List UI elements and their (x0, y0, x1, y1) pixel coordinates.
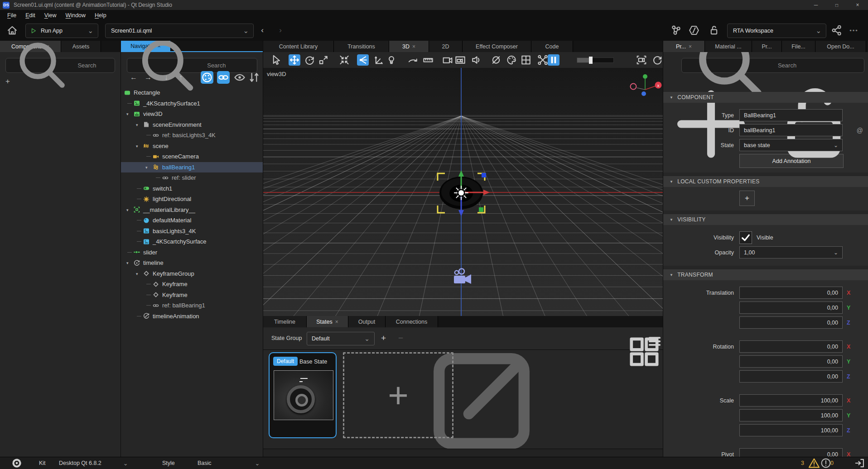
more-dots-icon[interactable]: ••• (848, 24, 860, 37)
tab-opendo[interactable]: Open Do... (815, 41, 866, 52)
tree-item-view3d[interactable]: ▾view3D (121, 109, 263, 120)
link-icon[interactable] (217, 71, 230, 84)
translation-z-field[interactable]: 0,00 (739, 316, 843, 329)
expand-icon[interactable]: ▾ (126, 208, 129, 212)
tree-item-refslider[interactable]: ref: slider (121, 172, 263, 183)
settings-gear-icon[interactable] (11, 457, 23, 469)
back-icon[interactable]: ‹ (256, 24, 268, 37)
id-field[interactable]: ballBearing1 (739, 124, 843, 136)
tree-item-keyframe[interactable]: Keyframe (121, 290, 263, 301)
state-group-dropdown[interactable]: Default ⌄ (307, 332, 375, 345)
tab-contentlibrary[interactable]: Content Library (263, 41, 334, 52)
minimize-button[interactable]: ─ (805, 0, 826, 10)
exit-icon[interactable] (854, 457, 865, 469)
navigator-search-input[interactable] (206, 62, 257, 69)
axis-icon[interactable] (373, 54, 385, 66)
tab-effectcomposer[interactable]: Effect Composer (463, 41, 531, 52)
menu-help[interactable]: Help (90, 11, 111, 20)
section-local-custom[interactable]: ▼ LOCAL CUSTOM PROPERTIES (663, 176, 868, 187)
camera-view-icon[interactable] (442, 54, 453, 66)
tree-item-timeline[interactable]: ▾timeline (121, 258, 263, 268)
home-icon[interactable] (6, 24, 18, 37)
tab-code[interactable]: Code (531, 41, 573, 52)
tree-item-timelineanimation[interactable]: timelineAnimation (121, 311, 263, 322)
tree-item-scene[interactable]: ▾scene (121, 141, 263, 152)
tree-item-refballbearing1[interactable]: ref: ballBearing1 (121, 300, 263, 311)
tree-item-ballbearing1[interactable]: ▾ballBearing1 (121, 162, 263, 173)
tab-states[interactable]: States× (307, 316, 348, 327)
tree-item-keyframegroup[interactable]: ▾KeyframeGroup (121, 268, 263, 279)
tree-item-lightdirectional[interactable]: lightDirectional (121, 194, 263, 205)
pivot-x-field[interactable]: 0,00 (739, 448, 843, 457)
arrow-up-icon[interactable]: ↑ (174, 71, 187, 84)
add-state-icon[interactable]: + (381, 333, 386, 343)
binding-at-icon[interactable]: @ (857, 127, 863, 134)
components-search[interactable] (5, 58, 115, 73)
kit-dropdown[interactable]: Desktop Qt 6.8.2 ⌄ (59, 457, 128, 469)
viewport-3d[interactable]: x view3D (263, 68, 663, 316)
warning-icon[interactable] (808, 457, 820, 469)
expand-icon[interactable]: ▾ (145, 165, 148, 170)
light-tool-icon[interactable] (386, 54, 397, 66)
run-app-button[interactable]: Run App ⌄ (25, 24, 98, 38)
translation-x-field[interactable]: 0,00 (739, 287, 843, 299)
tree-item-4kscartchysurface1[interactable]: _4KScartchySurface1 (121, 98, 263, 109)
rotation-y-field[interactable]: 0,00 (739, 355, 843, 368)
tab-3d[interactable]: 3D× (389, 41, 429, 52)
expand-icon[interactable]: ▾ (126, 112, 129, 116)
pause-icon[interactable] (548, 54, 559, 66)
workspace-dropdown[interactable]: RTA Workspace ⌄ (727, 24, 826, 38)
tree-item-rectangle[interactable]: Rectangle (121, 87, 263, 98)
tree-item-defaultmaterial[interactable]: defaultMaterial (121, 215, 263, 226)
move-icon[interactable] (289, 54, 300, 66)
section-visibility[interactable]: ▼ VISIBILITY (663, 214, 868, 225)
camera-frame-icon[interactable] (454, 54, 466, 66)
expand-icon[interactable]: ▾ (136, 144, 138, 148)
sound-icon[interactable] (470, 54, 482, 66)
tab-timeline[interactable]: Timeline (263, 316, 307, 327)
scale-y-field[interactable]: 100,00 (739, 409, 843, 421)
list-view-icon[interactable] (646, 333, 663, 351)
orientation-icon[interactable] (357, 54, 369, 66)
close-icon[interactable]: × (689, 43, 692, 50)
tab-material[interactable]: Material ... (705, 41, 752, 52)
arrow-down-icon[interactable]: ↓ (160, 71, 173, 84)
section-component[interactable]: ▼ COMPONENT (663, 92, 868, 103)
reset-icon[interactable] (651, 54, 663, 66)
sort-icon[interactable] (248, 71, 260, 84)
tree-item-sceneenvironment[interactable]: ▾sceneEnvironment (121, 120, 263, 130)
fit-view-icon[interactable] (338, 54, 350, 66)
type-field[interactable]: BallBearing1 (739, 109, 843, 121)
inspector-search[interactable] (681, 58, 864, 73)
menu-edit[interactable]: Edit (21, 11, 40, 20)
nodes-graph-icon[interactable] (670, 24, 682, 37)
rotate-arc-icon[interactable] (407, 54, 419, 66)
eye-icon[interactable] (233, 71, 246, 84)
inspector-search-input[interactable] (777, 62, 864, 69)
arrow-left-icon[interactable]: ← (127, 71, 140, 84)
tab-pr[interactable]: Pr...× (663, 41, 705, 52)
tree-item-slider[interactable]: slider (121, 247, 263, 258)
open-document-dropdown[interactable]: Screen01.ui.qml ⌄ (105, 24, 254, 38)
opacity-field[interactable]: 1,00 ⌄ (739, 246, 843, 258)
add-custom-property-button[interactable]: + (739, 191, 755, 206)
close-icon[interactable]: × (335, 319, 338, 325)
scale-x-field[interactable]: 100,00 (739, 394, 843, 407)
rotation-z-field[interactable]: 0,00 (739, 370, 843, 383)
tab-2d[interactable]: 2D (429, 41, 463, 52)
expand-icon[interactable]: ▾ (136, 123, 138, 127)
rotate-icon[interactable] (304, 54, 315, 66)
tree-item-keyframe[interactable]: Keyframe (121, 279, 263, 290)
unlock-icon[interactable] (708, 24, 720, 37)
menu-file[interactable]: File (3, 11, 21, 20)
share-icon[interactable] (831, 24, 843, 37)
tree-item-switch1[interactable]: switch1 (121, 183, 263, 194)
select-icon[interactable] (270, 54, 282, 66)
section-transform[interactable]: ▼ TRANSFORM (663, 269, 868, 280)
state-field[interactable]: base state⌄ (739, 139, 843, 151)
state-card-default[interactable]: Default Base State (269, 352, 337, 438)
maximize-button[interactable]: □ (826, 0, 847, 10)
camera-select-icon[interactable] (636, 54, 647, 66)
visible-checkbox[interactable] (739, 231, 752, 244)
tree-item-scenecamera[interactable]: sceneCamera (121, 151, 263, 162)
